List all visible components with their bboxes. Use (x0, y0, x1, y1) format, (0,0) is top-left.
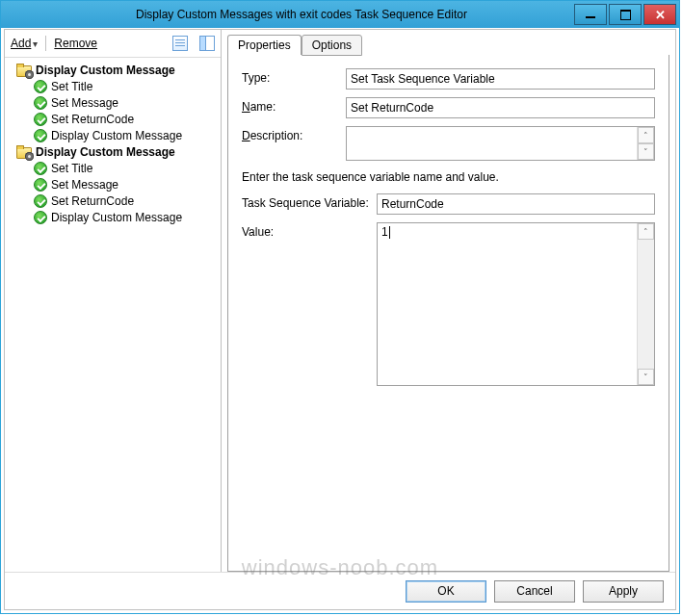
tree-label: Display Custom Message (36, 145, 175, 159)
tree-node[interactable]: Display Custom Message (7, 62, 219, 78)
check-icon (34, 96, 47, 110)
maximize-button[interactable] (609, 4, 642, 25)
panes-icon[interactable] (199, 36, 215, 51)
variable-field[interactable] (377, 193, 655, 215)
left-toolbar: Add▾ Remove (5, 30, 221, 58)
minimize-button[interactable] (574, 4, 607, 25)
tree-node[interactable]: Display Custom Message (7, 209, 219, 225)
toolbar-separator (45, 36, 46, 51)
editor-window: Display Custom Messages with exit codes … (0, 0, 680, 614)
scroll-up-icon[interactable]: ˄ (638, 127, 654, 143)
tree-label: Set ReturnCode (51, 194, 134, 208)
add-menu[interactable]: Add▾ (11, 37, 38, 50)
value-text: 1 (381, 225, 390, 239)
ok-button[interactable]: OK (406, 580, 486, 603)
tree-node[interactable]: Set Message (7, 94, 219, 111)
tree-node[interactable]: Set Title (7, 78, 219, 94)
workspace: Add▾ Remove Display Custom MessageSet Ti… (5, 30, 675, 572)
dropdown-icon: ▾ (33, 38, 38, 49)
tab-row: Properties Options (227, 34, 669, 55)
tree-label: Set Title (51, 162, 92, 175)
tree-label: Display Custom Message (36, 64, 175, 77)
close-icon: ✕ (655, 8, 666, 22)
tree-label: Display Custom Message (51, 211, 182, 224)
type-label: Type: (242, 68, 346, 85)
description-scrollbar[interactable]: ˄ ˅ (637, 127, 654, 160)
remove-button[interactable]: Remove (54, 37, 97, 50)
folder-gear-icon (16, 145, 32, 159)
tree-node[interactable]: Display Custom Message (7, 127, 219, 143)
check-icon (34, 178, 47, 192)
check-icon (34, 211, 47, 224)
right-pane: Properties Options Type: Name: (222, 30, 675, 572)
folder-gear-icon (16, 64, 32, 77)
tree-node[interactable]: Set ReturnCode (7, 192, 219, 209)
close-button[interactable]: ✕ (643, 4, 676, 25)
scroll-down-icon[interactable]: ˅ (638, 143, 654, 160)
tree-label: Set Title (51, 80, 92, 93)
left-pane: Add▾ Remove Display Custom MessageSet Ti… (5, 30, 222, 572)
tree-label: Set ReturnCode (51, 113, 134, 126)
check-icon (34, 80, 47, 93)
check-icon (34, 129, 47, 142)
title-bar: Display Custom Messages with exit codes … (1, 1, 679, 28)
check-icon (34, 113, 47, 126)
tree-label: Set Message (51, 96, 118, 110)
variable-label: Task Sequence Variable: (242, 193, 377, 210)
description-label: Description: (242, 126, 346, 142)
tree-label: Display Custom Message (51, 129, 182, 142)
scroll-down-icon[interactable]: ˅ (638, 369, 654, 385)
check-icon (34, 162, 47, 175)
tree-node[interactable]: Display Custom Message (7, 143, 219, 160)
window-controls: ✕ (573, 1, 679, 28)
cancel-button[interactable]: Cancel (494, 580, 575, 603)
window-title: Display Custom Messages with exit codes … (1, 1, 573, 28)
hint-text: Enter the task sequence variable name an… (242, 170, 655, 184)
properties-icon[interactable] (172, 36, 188, 51)
task-sequence-tree[interactable]: Display Custom MessageSet TitleSet Messa… (5, 58, 221, 572)
tree-node[interactable]: Set Message (7, 176, 219, 192)
minimize-icon (586, 16, 595, 18)
tree-label: Set Message (51, 178, 118, 192)
properties-panel: Type: Name: Description: (227, 55, 669, 572)
name-label: Name: (242, 97, 346, 114)
tab-properties[interactable]: Properties (227, 35, 302, 55)
value-field[interactable]: 1 ˄ ˅ (377, 222, 655, 386)
tab-options[interactable]: Options (302, 35, 362, 56)
tree-node[interactable]: Set ReturnCode (7, 111, 219, 127)
scroll-up-icon[interactable]: ˄ (638, 223, 654, 240)
apply-button[interactable]: Apply (583, 580, 664, 603)
client-area: Add▾ Remove Display Custom MessageSet Ti… (4, 29, 676, 610)
name-field[interactable] (346, 97, 655, 118)
value-label: Value: (242, 222, 377, 239)
tree-node[interactable]: Set Title (7, 160, 219, 176)
type-field (346, 68, 655, 90)
maximize-icon (620, 10, 631, 20)
dialog-button-bar: OK Cancel Apply (5, 572, 675, 609)
check-icon (34, 194, 47, 208)
description-field[interactable]: ˄ ˅ (346, 126, 655, 161)
value-scrollbar[interactable]: ˄ ˅ (637, 223, 654, 385)
